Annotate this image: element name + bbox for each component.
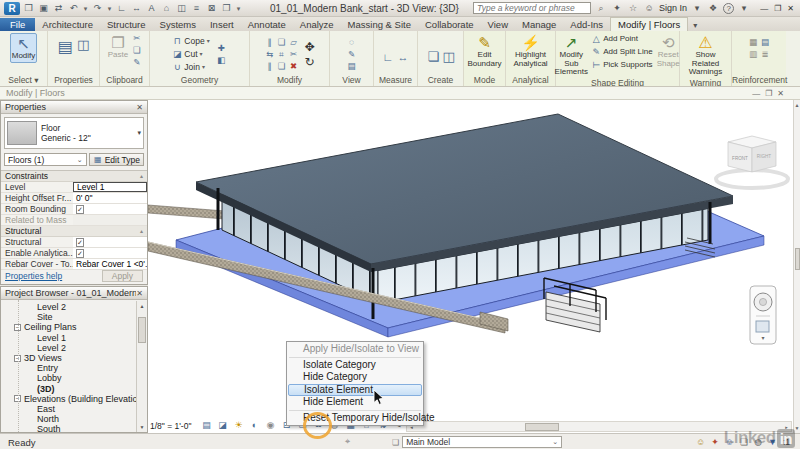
revit-logo-icon[interactable]: R bbox=[4, 2, 20, 15]
editable-only-icon[interactable]: ✦ bbox=[711, 436, 719, 448]
panel-label-modify[interactable]: Modify bbox=[250, 75, 329, 86]
cope-button[interactable]: ⊓Cope ▾ bbox=[172, 35, 209, 47]
type-selector-caret-icon[interactable]: ▾ bbox=[137, 129, 141, 137]
prop-row-height-offset[interactable]: Height Offset Fr... 0' 0" bbox=[1, 193, 147, 204]
close-hidden-windows-icon[interactable]: ⊠ bbox=[205, 2, 218, 15]
favorites-star-icon[interactable]: ☆ bbox=[627, 3, 639, 13]
measure-icon[interactable]: ∟ bbox=[115, 2, 128, 15]
split-icon[interactable]: ✂ bbox=[288, 49, 299, 60]
panel-label-geometry[interactable]: Geometry bbox=[150, 75, 249, 86]
offset-icon[interactable]: ❏ bbox=[276, 37, 287, 48]
exchange-apps-icon[interactable]: ❖ bbox=[707, 3, 719, 13]
section-constraints[interactable]: Constraints ▴ bbox=[1, 171, 147, 182]
cutaway-icon[interactable]: ▤ bbox=[346, 61, 357, 72]
add-point-button[interactable]: △Add Point bbox=[591, 33, 652, 45]
undo-icon[interactable]: ↶ bbox=[67, 2, 80, 15]
zoom-tool-icon[interactable] bbox=[756, 321, 769, 332]
redo-caret-icon[interactable]: ▾ bbox=[106, 2, 113, 15]
view-restore-icon[interactable]: ❐ bbox=[765, 88, 772, 100]
modify-sub-elements-button[interactable]: ↗ Modify Sub Elements bbox=[554, 33, 588, 78]
apply-button[interactable]: Apply bbox=[102, 270, 143, 282]
path-reinforcement-icon[interactable]: ▥ bbox=[748, 49, 759, 60]
thin-lines-icon[interactable]: ≡ bbox=[190, 2, 203, 15]
tab-insert[interactable]: Insert bbox=[203, 18, 241, 31]
panel-label-select[interactable]: Select ▾ bbox=[0, 75, 47, 86]
prop-row-level[interactable]: Level Level 1 bbox=[1, 182, 147, 193]
add-split-line-button[interactable]: ✎Add Split Line bbox=[591, 46, 652, 58]
fabric-area-icon[interactable]: ≣ bbox=[760, 49, 771, 60]
shadows-icon[interactable]: ◐ bbox=[248, 419, 261, 432]
rebar-icon[interactable]: ▦ bbox=[748, 37, 759, 48]
open-icon[interactable]: ❒ bbox=[22, 2, 35, 15]
properties-close-icon[interactable]: ✕ bbox=[136, 103, 143, 112]
reset-shape-button[interactable]: ⟲ Reset Shape bbox=[656, 33, 681, 69]
project-browser-header[interactable]: Project Browser - 01_01_Modern Bank_star… bbox=[1, 287, 147, 300]
tree-item-south[interactable]: South bbox=[1, 424, 147, 432]
tab-systems[interactable]: Systems bbox=[153, 18, 203, 31]
view-minimize-icon[interactable]: — bbox=[752, 88, 760, 100]
switch-windows-icon[interactable]: ❐ bbox=[220, 2, 233, 15]
minimize-icon[interactable]: — bbox=[760, 4, 768, 13]
default-3d-view-icon[interactable]: ⌂ bbox=[160, 2, 173, 15]
rotate-icon[interactable]: ↻ bbox=[304, 55, 315, 69]
menu-isolate-category[interactable]: Isolate Category bbox=[287, 359, 423, 372]
cut-geometry-button[interactable]: ◪Cut ▾ bbox=[172, 48, 209, 60]
save-icon[interactable]: ▣ bbox=[37, 2, 50, 15]
prop-row-room-bounding[interactable]: Room Bounding ✓ bbox=[1, 204, 147, 215]
tab-file[interactable]: File bbox=[0, 18, 35, 31]
properties-palette-icon[interactable]: ◫ bbox=[77, 37, 89, 52]
area-reinforcement-icon[interactable]: ▤ bbox=[760, 37, 771, 48]
browser-scrollbar[interactable]: ▲ ▼ bbox=[136, 301, 147, 432]
scroll-down-icon[interactable]: ▼ bbox=[137, 424, 147, 430]
aligned-dimension-icon[interactable]: ↔ bbox=[130, 2, 143, 15]
array-icon[interactable]: ⇆ bbox=[264, 49, 275, 60]
edit-boundary-button[interactable]: ✎ Edit Boundary bbox=[466, 33, 503, 69]
scale-icon[interactable]: ⌗ bbox=[276, 49, 287, 60]
properties-help-link[interactable]: Properties help bbox=[5, 271, 62, 281]
scroll-up-icon[interactable]: ▲ bbox=[794, 102, 800, 108]
view-close-icon[interactable]: ✕ bbox=[777, 88, 784, 100]
tree-item-entry[interactable]: Entry bbox=[1, 363, 147, 373]
prop-row-structural[interactable]: Structural ✓ bbox=[1, 237, 147, 248]
help-icon[interactable]: ? bbox=[723, 3, 734, 14]
cut-to-clipboard-icon[interactable]: ✂ bbox=[131, 33, 142, 44]
scroll-up-icon[interactable]: ▲ bbox=[137, 303, 147, 309]
section-structural[interactable]: Structural ▴ bbox=[1, 226, 147, 237]
tab-modify-floors[interactable]: Modify | Floors bbox=[610, 17, 688, 31]
viewcube-compass-ring[interactable] bbox=[716, 170, 788, 188]
panel-label-properties[interactable]: Properties bbox=[48, 75, 99, 86]
legend-component-icon[interactable]: ◫ bbox=[443, 51, 454, 62]
sign-in-caret-icon[interactable]: ▾ bbox=[691, 3, 703, 13]
tab-architecture[interactable]: Architecture bbox=[35, 18, 100, 31]
worksharing-display-icon[interactable]: ☺ bbox=[696, 436, 705, 448]
tree-item-ceiling-plans[interactable]: −Ceiling Plans bbox=[1, 322, 147, 332]
gabion-wall-upper[interactable] bbox=[148, 205, 225, 219]
subscription-center-icon[interactable]: ✦ bbox=[611, 3, 623, 13]
tab-collaborate[interactable]: Collaborate bbox=[418, 18, 481, 31]
tree-item-east[interactable]: East bbox=[1, 404, 147, 414]
help-caret-icon[interactable]: ▾ bbox=[738, 3, 750, 13]
tab-structure[interactable]: Structure bbox=[100, 18, 153, 31]
dimension-icon[interactable]: ↔ bbox=[398, 52, 409, 63]
tab-analyze[interactable]: Analyze bbox=[293, 18, 341, 31]
mirror-icon[interactable]: ▱ bbox=[288, 37, 299, 48]
section-icon[interactable]: ◫ bbox=[175, 2, 188, 15]
edit-type-button[interactable]: ▦ Edit Type bbox=[89, 153, 144, 166]
trim-icon[interactable]: ∥ bbox=[264, 61, 275, 72]
tree-item-elevations[interactable]: −Elevations (Building Elevation) bbox=[1, 394, 147, 404]
customize-qat-icon[interactable]: ▾ bbox=[235, 2, 242, 15]
restore-icon[interactable]: ❐ bbox=[774, 4, 781, 13]
close-icon[interactable]: ✕ bbox=[787, 4, 794, 13]
section-collapse-icon2[interactable]: ▴ bbox=[140, 226, 147, 236]
measure-line-icon[interactable]: ∟ bbox=[383, 52, 394, 63]
copy-to-clipboard-icon[interactable]: ❏ bbox=[131, 45, 142, 56]
sign-in-person-icon[interactable]: ☺ bbox=[643, 3, 655, 13]
redo-icon[interactable]: ↷ bbox=[91, 2, 104, 15]
text-icon[interactable]: A bbox=[145, 2, 158, 15]
menu-hide-element[interactable]: Hide Element bbox=[287, 396, 423, 409]
panel-label-shape-editing[interactable]: Shape Editing bbox=[556, 78, 679, 88]
split-face-icon[interactable]: ◧ bbox=[216, 55, 227, 66]
tree-item-3d-views[interactable]: −3D Views bbox=[1, 353, 147, 363]
match-type-icon[interactable]: ✎ bbox=[131, 57, 142, 68]
pin-icon[interactable]: ❏ bbox=[276, 61, 287, 72]
